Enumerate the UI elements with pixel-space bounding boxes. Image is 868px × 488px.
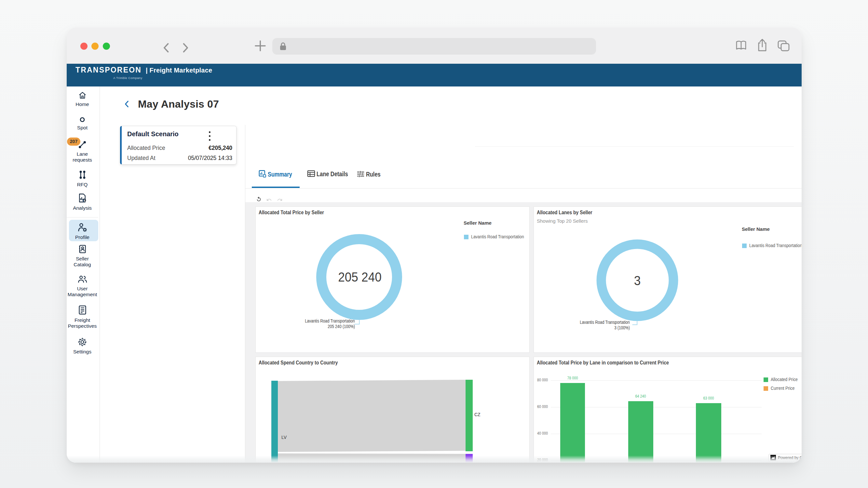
svg-text:LV: LV	[281, 435, 287, 440]
svg-text:CZ: CZ	[474, 412, 480, 417]
svg-text:$: $	[84, 199, 85, 202]
